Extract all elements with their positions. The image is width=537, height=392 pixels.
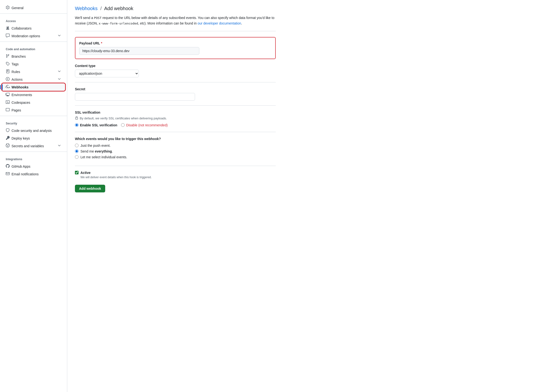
developer-docs-link[interactable]: our developer documentation: [198, 21, 241, 25]
sidebar-item-pages[interactable]: Pages: [2, 106, 65, 114]
sidebar-item-branches[interactable]: Branches: [2, 53, 65, 60]
rules-icon: [6, 69, 10, 74]
sidebar-section-code: Code and automation: [0, 44, 67, 52]
secret-section: Secret: [75, 87, 276, 106]
chevron-down-icon-actions: [57, 77, 61, 82]
gear-icon: [6, 6, 10, 10]
active-checkbox[interactable]: [75, 171, 79, 174]
key-icon: [6, 136, 10, 141]
events-section: Which events would you like to trigger t…: [75, 137, 276, 166]
sidebar-item-deploy-keys[interactable]: Deploy keys: [2, 135, 65, 142]
pages-label: Pages: [12, 108, 21, 112]
ssl-enable-label[interactable]: Enable SSL verification: [75, 123, 117, 127]
event-option-push: Just the push event.: [75, 144, 276, 147]
codespaces-label: Codespaces: [12, 101, 30, 104]
ssl-disable-radio[interactable]: [121, 123, 125, 127]
intro-section: We'll send a POST request to the URL bel…: [75, 15, 276, 31]
chevron-down-icon-secrets: [57, 144, 61, 148]
environments-label: Environments: [12, 93, 32, 97]
secrets-label: Secrets and variables: [12, 144, 44, 148]
event-everything-radio[interactable]: [75, 149, 79, 153]
sidebar-item-codespaces[interactable]: Codespaces: [2, 99, 65, 106]
payload-url-section: Payload URL *: [75, 37, 276, 59]
ssl-hint-text: By default, we verify SSL certificates w…: [80, 116, 167, 120]
code-security-label: Code security and analysis: [12, 129, 52, 133]
webhook-icon: [6, 85, 10, 89]
breadcrumb: Webhooks / Add webhook: [75, 6, 276, 11]
chevron-down-icon-rules: [57, 69, 61, 74]
active-section: Active We will deliver event details whe…: [75, 171, 276, 179]
sidebar-divider: [0, 13, 67, 14]
report-icon: [6, 34, 10, 38]
active-indicator: [2, 84, 3, 90]
mail-icon: [6, 172, 10, 176]
content-type-select[interactable]: application/json application/x-www-form-…: [75, 70, 139, 77]
add-webhook-button[interactable]: Add webhook: [75, 185, 105, 192]
payload-url-label: Payload URL *: [79, 41, 271, 45]
branch-icon: [6, 54, 10, 59]
sidebar-item-webhooks[interactable]: Webhooks: [2, 83, 65, 91]
event-push-radio[interactable]: [75, 144, 79, 147]
ssl-enable-text: Enable SSL verification: [80, 123, 117, 127]
sidebar-divider-2: [0, 42, 67, 42]
rules-label: Rules: [12, 70, 20, 74]
breadcrumb-separator: /: [100, 6, 102, 11]
ssl-enable-radio[interactable]: [75, 123, 79, 127]
sidebar-divider-4: [0, 152, 67, 152]
sidebar-item-environments[interactable]: Environments: [2, 91, 65, 98]
event-select-label: Let me select individual events.: [80, 155, 127, 159]
actions-icon: [6, 77, 10, 82]
event-option-everything: Send me everything.: [75, 149, 276, 153]
event-select-radio[interactable]: [75, 155, 79, 159]
sidebar-item-rules[interactable]: Rules: [2, 68, 65, 75]
shield-icon: [6, 128, 10, 133]
codespaces-icon: [6, 100, 10, 105]
intro-text-4: .: [241, 21, 242, 25]
sidebar-item-actions[interactable]: Actions: [2, 76, 65, 83]
branches-label: Branches: [12, 55, 26, 58]
sidebar-item-tags[interactable]: Tags: [2, 60, 65, 68]
collaborators-label: Collaborators: [12, 26, 31, 30]
event-everything-label: Send me everything.: [80, 149, 113, 153]
sidebar: General Access Collaborators Moderation …: [0, 0, 67, 392]
content-type-label: Content type: [75, 64, 276, 68]
github-apps-label: GitHub Apps: [12, 165, 31, 168]
events-label: Which events would you like to trigger t…: [75, 137, 276, 141]
sidebar-item-general[interactable]: General: [2, 4, 65, 12]
deploy-keys-label: Deploy keys: [12, 136, 30, 140]
sidebar-item-collaborators[interactable]: Collaborators: [2, 24, 65, 32]
sidebar-item-code-security[interactable]: Code security and analysis: [2, 127, 65, 134]
tag-icon: [6, 62, 10, 66]
sidebar-item-github-apps[interactable]: GitHub Apps: [2, 163, 65, 170]
ssl-disable-label[interactable]: Disable (not recommended): [121, 123, 168, 127]
required-star: *: [101, 41, 102, 45]
lock-icon: [75, 116, 78, 120]
sidebar-item-moderation[interactable]: Moderation options: [2, 32, 65, 40]
ssl-label: SSL verification: [75, 110, 276, 114]
chevron-down-icon: [57, 34, 61, 38]
ssl-radio-group: Enable SSL verification Disable (not rec…: [75, 123, 276, 127]
breadcrumb-current: Add webhook: [104, 6, 133, 11]
pages-icon: [6, 108, 10, 112]
ssl-hint: By default, we verify SSL certificates w…: [75, 116, 276, 120]
intro-text-1: We'll send a: [75, 16, 94, 20]
secret-label: Secret: [75, 87, 276, 91]
urlencoded-code: x-www-form-urlencoded: [99, 22, 138, 25]
event-push-label: Just the push event.: [80, 144, 110, 147]
event-option-select: Let me select individual events.: [75, 155, 276, 159]
person-icon: [6, 26, 10, 31]
env-icon: [6, 92, 10, 97]
post-code: POST: [94, 16, 101, 20]
star-icon: [6, 144, 10, 148]
active-checkbox-label[interactable]: Active: [75, 171, 276, 175]
secret-input[interactable]: [75, 93, 195, 101]
sidebar-item-email-notifications[interactable]: Email notifications: [2, 170, 65, 178]
webhooks-breadcrumb-link[interactable]: Webhooks: [75, 6, 98, 11]
sidebar-item-secrets[interactable]: Secrets and variables: [2, 142, 65, 150]
active-hint: We will deliver event details when this …: [80, 176, 276, 179]
moderation-label: Moderation options: [12, 34, 40, 38]
sidebar-general-label: General: [12, 6, 24, 10]
intro-text-3: , etc). More information can be found in: [138, 21, 197, 25]
payload-url-input[interactable]: [79, 47, 199, 55]
ssl-disable-text: Disable (not recommended): [126, 123, 168, 127]
